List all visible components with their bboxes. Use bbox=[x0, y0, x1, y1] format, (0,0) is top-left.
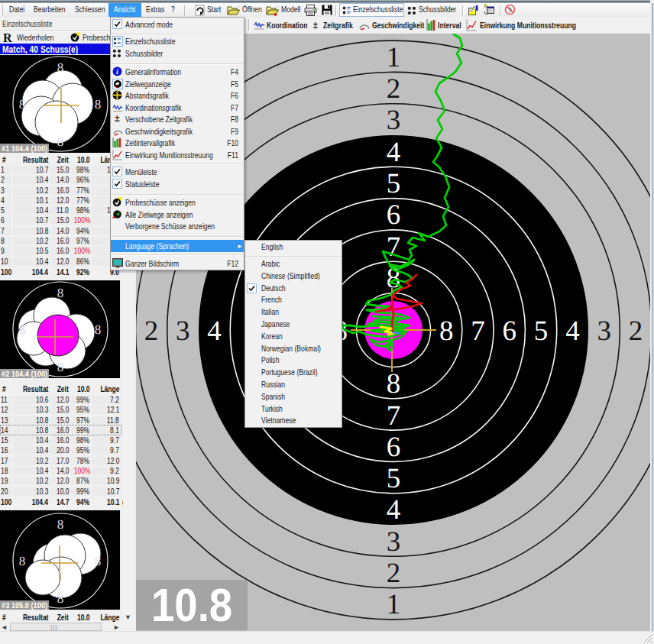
svg-text:3: 3 bbox=[597, 316, 611, 347]
svg-text:6: 6 bbox=[387, 432, 401, 463]
svg-text:4: 4 bbox=[387, 494, 401, 526]
svg-text:8: 8 bbox=[57, 60, 64, 75]
svg-text:#3 105.0 (100): #3 105.0 (100) bbox=[2, 601, 47, 610]
svg-text:4: 4 bbox=[207, 316, 222, 347]
svg-text:8: 8 bbox=[95, 554, 102, 568]
svg-text:3: 3 bbox=[387, 526, 401, 558]
svg-text:2: 2 bbox=[387, 73, 401, 105]
svg-text:8: 8 bbox=[95, 97, 102, 112]
svg-text:i: i bbox=[116, 68, 118, 76]
svg-text:4: 4 bbox=[387, 137, 401, 168]
svg-text:2: 2 bbox=[144, 316, 159, 347]
svg-text:4: 4 bbox=[565, 316, 580, 347]
svg-text:8: 8 bbox=[439, 316, 454, 347]
svg-text:8: 8 bbox=[19, 554, 26, 568]
svg-text:7: 7 bbox=[471, 316, 485, 347]
svg-text:8: 8 bbox=[57, 517, 64, 532]
svg-text:1: 1 bbox=[387, 589, 401, 620]
svg-text:3: 3 bbox=[387, 105, 401, 136]
svg-text:#2 104.4 (100): #2 104.4 (100) bbox=[2, 370, 47, 379]
svg-text:5: 5 bbox=[387, 463, 401, 494]
svg-text:8: 8 bbox=[57, 134, 64, 149]
svg-text:8: 8 bbox=[19, 97, 26, 112]
svg-text:8: 8 bbox=[57, 286, 64, 300]
svg-text:7: 7 bbox=[387, 400, 401, 432]
svg-text:5: 5 bbox=[534, 316, 549, 347]
svg-text:2: 2 bbox=[387, 558, 401, 589]
svg-text:6: 6 bbox=[503, 316, 517, 347]
svg-text:8: 8 bbox=[387, 368, 401, 400]
svg-text:3: 3 bbox=[176, 316, 190, 347]
svg-text:7: 7 bbox=[387, 231, 401, 263]
svg-text:#1 104.4 (100): #1 104.4 (100) bbox=[2, 144, 47, 154]
svg-text:8: 8 bbox=[19, 322, 26, 337]
svg-text:8: 8 bbox=[57, 591, 64, 606]
svg-text:1: 1 bbox=[387, 42, 401, 73]
svg-text:2: 2 bbox=[629, 316, 643, 347]
svg-text:6: 6 bbox=[387, 199, 401, 231]
svg-text:8: 8 bbox=[95, 322, 102, 337]
svg-text:5: 5 bbox=[387, 168, 401, 199]
svg-text:8: 8 bbox=[57, 360, 64, 374]
